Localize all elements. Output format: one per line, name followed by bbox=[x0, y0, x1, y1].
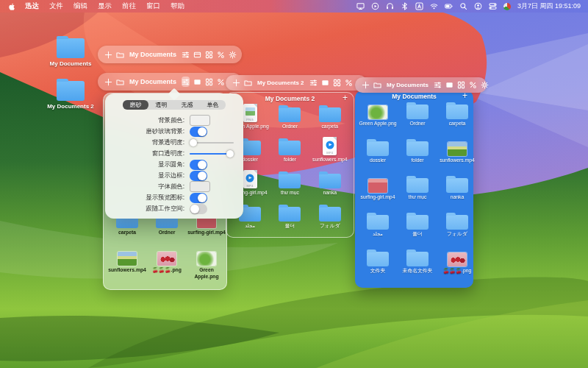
opacity-button[interactable] bbox=[217, 49, 225, 60]
grid-view-button[interactable] bbox=[457, 80, 465, 91]
grid-view-button[interactable] bbox=[205, 49, 213, 60]
add-button[interactable] bbox=[104, 49, 112, 60]
settings-gear-button[interactable] bbox=[229, 49, 237, 60]
window-blue[interactable]: My Documents + Green Apple.pngOrdnercarp… bbox=[355, 91, 473, 288]
style-tab-4[interactable]: 单色 bbox=[200, 100, 226, 110]
user-icon[interactable] bbox=[474, 2, 482, 10]
appearance-sliders-button[interactable] bbox=[182, 77, 190, 87]
menu-item-2[interactable]: 编辑 bbox=[74, 1, 87, 11]
opacity-button[interactable] bbox=[469, 80, 477, 91]
file-item[interactable]: 폴더 bbox=[398, 212, 437, 249]
add-button[interactable] bbox=[232, 78, 240, 88]
grid-view-button[interactable] bbox=[333, 78, 341, 88]
file-item[interactable]: MP4sunflowers.mp4 bbox=[310, 138, 350, 171]
file-item[interactable]: nanka bbox=[437, 175, 477, 212]
file-item[interactable]: 폴더 bbox=[270, 204, 309, 237]
color-swatch[interactable] bbox=[190, 115, 210, 126]
slider-knob[interactable] bbox=[190, 139, 197, 146]
layout-window-button[interactable] bbox=[321, 78, 329, 88]
layout-window-button[interactable] bbox=[445, 80, 453, 91]
file-item[interactable]: carpeta bbox=[437, 102, 477, 138]
file-item[interactable]: 文件夹 bbox=[358, 249, 398, 286]
file-item[interactable]: フォルダ bbox=[310, 204, 350, 237]
file-item[interactable]: folder bbox=[398, 138, 437, 175]
toggle-switch[interactable] bbox=[190, 171, 207, 181]
folder-button[interactable] bbox=[116, 49, 124, 60]
menu-app-name[interactable]: 迅达 bbox=[25, 1, 39, 11]
toggle-switch[interactable] bbox=[190, 204, 207, 214]
popover-row: 窗口透明度: bbox=[105, 148, 243, 159]
wifi-icon[interactable] bbox=[430, 2, 438, 10]
menu-item-3[interactable]: 显示 bbox=[98, 1, 112, 11]
slider-control[interactable] bbox=[190, 149, 234, 159]
toggle-switch[interactable] bbox=[190, 127, 207, 137]
file-item[interactable]: Ordner bbox=[398, 102, 437, 138]
file-item-label: مجلد bbox=[373, 231, 383, 238]
popover-row-label: 显示预览图标: bbox=[112, 194, 184, 202]
menu-item-6[interactable]: 帮助 bbox=[171, 1, 184, 11]
apple-logo-icon[interactable] bbox=[7, 2, 15, 11]
file-item[interactable]: 未命名文件夹 bbox=[398, 249, 437, 286]
add-button[interactable] bbox=[362, 80, 370, 91]
slider-control[interactable] bbox=[190, 138, 234, 148]
file-item[interactable]: Ordner bbox=[270, 105, 309, 138]
style-tab-2[interactable]: 透明 bbox=[148, 100, 174, 110]
appearance-sliders-button[interactable] bbox=[309, 78, 318, 88]
app-badge-icon[interactable] bbox=[503, 3, 511, 10]
slider-knob[interactable] bbox=[226, 150, 234, 158]
battery-icon[interactable] bbox=[445, 2, 453, 10]
display-icon[interactable] bbox=[356, 2, 365, 10]
input-source-icon[interactable] bbox=[415, 2, 423, 10]
file-item[interactable]: thư mục bbox=[270, 171, 309, 204]
opacity-button[interactable] bbox=[217, 77, 225, 87]
menu-item-4[interactable]: 前往 bbox=[122, 1, 136, 11]
screen-record-icon[interactable] bbox=[371, 2, 379, 10]
window-transparent[interactable]: My Documents 2 + PNGGreen Apple.pngOrdne… bbox=[226, 92, 354, 238]
file-item[interactable]: フォルダ bbox=[437, 212, 477, 249]
file-item[interactable]: carpeta bbox=[310, 105, 350, 138]
file-item[interactable]: nanka bbox=[310, 171, 350, 204]
bluetooth-icon[interactable] bbox=[401, 2, 409, 10]
menu-item-5[interactable]: 窗口 bbox=[146, 1, 160, 11]
file-item-icon-area bbox=[446, 102, 468, 119]
layout-window-button[interactable] bbox=[193, 77, 201, 87]
menu-item-1[interactable]: 文件 bbox=[49, 1, 63, 11]
add-button[interactable] bbox=[104, 77, 112, 87]
file-item[interactable]: surfing-girl.mp4 bbox=[358, 175, 398, 212]
toggle-switch[interactable] bbox=[190, 193, 207, 203]
file-item[interactable]: مجلد bbox=[358, 212, 398, 249]
toggle-switch[interactable] bbox=[190, 160, 207, 170]
grid-view-button[interactable] bbox=[205, 77, 213, 87]
search-icon[interactable] bbox=[459, 2, 467, 10]
file-item[interactable]: dossier bbox=[358, 138, 398, 175]
color-swatch[interactable] bbox=[190, 181, 210, 192]
appearance-sliders-button[interactable] bbox=[434, 80, 442, 91]
menu-clock[interactable]: 3月7日 周四 19:51:09 bbox=[517, 1, 581, 11]
file-item[interactable]: 🍒🍒🍒.png bbox=[147, 248, 187, 286]
layout-window-button[interactable] bbox=[193, 49, 201, 60]
settings-gear-button[interactable] bbox=[481, 80, 489, 91]
toolbar-pill-3: My Documents 2 bbox=[226, 75, 367, 91]
toolbar-title: My Documents bbox=[387, 82, 429, 88]
file-item[interactable]: sunflowers.mp4 bbox=[437, 138, 477, 175]
control-center-icon[interactable] bbox=[489, 2, 497, 10]
file-item[interactable]: Green Apple.png bbox=[187, 248, 226, 286]
folder-button[interactable] bbox=[373, 80, 381, 91]
file-item[interactable]: folder bbox=[270, 138, 309, 171]
file-item[interactable]: Green Apple.png bbox=[358, 102, 398, 138]
appearance-sliders-button[interactable] bbox=[182, 49, 190, 60]
style-tab-1[interactable]: 磨砂 bbox=[123, 100, 148, 110]
headphones-icon[interactable] bbox=[386, 2, 394, 10]
folder-button[interactable] bbox=[116, 77, 124, 87]
desktop-icon-1[interactable]: My Documents bbox=[40, 38, 101, 67]
desktop-icon-2[interactable]: My Documents 2 bbox=[40, 81, 101, 110]
style-tab-3[interactable]: 无感 bbox=[174, 100, 200, 110]
folder-button[interactable] bbox=[244, 78, 252, 88]
opacity-button[interactable] bbox=[345, 78, 353, 88]
file-item-label: フォルダ bbox=[447, 231, 467, 238]
file-item[interactable]: 🍒🍒🍒.png bbox=[437, 249, 477, 286]
add-item-button[interactable]: + bbox=[343, 93, 348, 104]
file-item-label: 폴더 bbox=[412, 231, 423, 238]
file-item[interactable]: sunflowers.mp4 bbox=[107, 248, 147, 286]
file-item[interactable]: thư mục bbox=[398, 175, 437, 212]
